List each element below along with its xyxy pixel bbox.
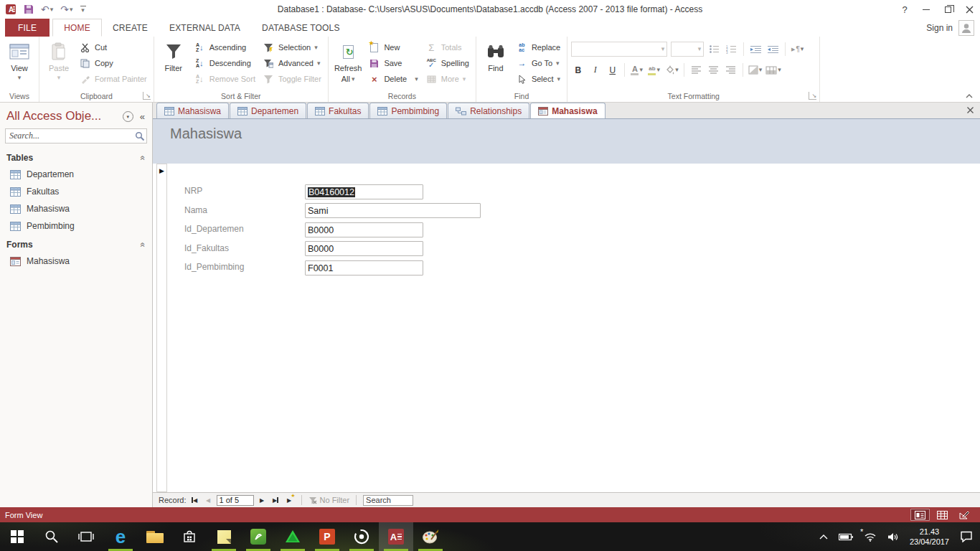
- descending-button[interactable]: ZA ↓ Descending: [191, 55, 258, 71]
- toggle-filter-button[interactable]: Toggle Filter: [260, 71, 324, 87]
- avatar[interactable]: [958, 20, 974, 36]
- show-hidden-icons-chevron[interactable]: [819, 534, 828, 540]
- clipboard-dialog-launcher[interactable]: ↘: [143, 92, 151, 100]
- record-selector-bar[interactable]: ▶: [156, 164, 167, 492]
- doc-tab-relationships[interactable]: Relationships: [448, 103, 529, 118]
- sidebar-item-mahasiswa-table[interactable]: Mahasiswa: [0, 200, 152, 217]
- doc-tab-mahasiswa-table[interactable]: Mahasiswa: [156, 103, 229, 118]
- field-input-nama[interactable]: Sami: [305, 203, 481, 218]
- filter-button[interactable]: Filter: [158, 39, 189, 90]
- navigation-pane-menu-button[interactable]: ▾: [123, 111, 133, 122]
- sidebar-item-mahasiswa-form[interactable]: Mahasiswa: [0, 253, 152, 270]
- doc-tab-departemen[interactable]: Departemen: [230, 103, 306, 118]
- taskbar-paint-button[interactable]: [413, 522, 448, 551]
- tab-home[interactable]: HOME: [52, 19, 102, 37]
- search-icon[interactable]: [135, 131, 145, 141]
- taskbar-store-button[interactable]: [172, 522, 207, 551]
- taskbar-file-explorer-button[interactable]: [138, 522, 172, 551]
- close-document-button[interactable]: [966, 106, 974, 114]
- tab-external-data[interactable]: EXTERNAL DATA: [159, 19, 251, 37]
- record-search-input[interactable]: [363, 495, 413, 506]
- undo-button[interactable]: ↶ ▾: [41, 4, 53, 14]
- format-painter-button[interactable]: Format Painter: [76, 71, 150, 87]
- next-record-button[interactable]: ▶: [257, 495, 268, 506]
- taskbar-edge-button[interactable]: e: [103, 522, 138, 551]
- doc-tab-pembimbing[interactable]: Pembimbing: [369, 103, 447, 118]
- sign-in-link[interactable]: Sign in: [926, 23, 953, 33]
- help-button[interactable]: ?: [894, 0, 915, 19]
- save-button[interactable]: [24, 4, 34, 14]
- field-input-nrp[interactable]: B04160012: [305, 184, 423, 199]
- highlight-color-button[interactable]: ab ▾: [647, 63, 661, 77]
- battery-icon[interactable]: [839, 533, 853, 541]
- numbering-button[interactable]: 123: [725, 42, 738, 57]
- customize-qat-button[interactable]: ▾: [80, 6, 86, 14]
- sidebar-item-departemen[interactable]: Departemen: [0, 166, 152, 183]
- taskbar-search-button[interactable]: [34, 522, 69, 551]
- redo-button[interactable]: ↷ ▾: [60, 4, 72, 14]
- font-family-combo[interactable]: ▾: [571, 42, 667, 57]
- taskbar-sticky-notes-button[interactable]: [207, 522, 241, 551]
- selection-button[interactable]: Selection ▾: [260, 39, 324, 55]
- start-button[interactable]: [0, 522, 34, 551]
- delete-record-button[interactable]: × Delete ▾: [365, 71, 420, 87]
- first-record-button[interactable]: ◀: [189, 495, 200, 506]
- wifi-icon[interactable]: *: [864, 532, 877, 542]
- totals-button[interactable]: Σ Totals: [423, 39, 472, 55]
- refresh-all-button[interactable]: ↻ Refresh All ▾: [332, 39, 364, 90]
- paste-button[interactable]: Paste ▾: [43, 39, 75, 90]
- design-view-button[interactable]: [955, 509, 974, 521]
- new-blank-record-button[interactable]: ▶★: [284, 495, 295, 506]
- taskbar-sketch-app-button[interactable]: [275, 522, 310, 551]
- bold-button[interactable]: B: [571, 63, 585, 77]
- chevron-up-icon[interactable]: «: [138, 242, 149, 247]
- font-color-button[interactable]: A ▾: [630, 63, 644, 77]
- form-view-button[interactable]: [910, 509, 930, 521]
- save-record-button[interactable]: Save: [365, 55, 420, 71]
- current-record-box[interactable]: 1 of 5: [217, 495, 254, 506]
- font-size-combo[interactable]: ▾: [671, 42, 704, 57]
- taskbar-access-button[interactable]: A: [379, 522, 413, 551]
- sidebar-item-fakultas[interactable]: Fakultas: [0, 183, 152, 200]
- select-button[interactable]: Select ▾: [513, 71, 563, 87]
- italic-button[interactable]: I: [588, 63, 602, 77]
- tab-database-tools[interactable]: DATABASE TOOLS: [251, 19, 351, 37]
- field-input-id-pembimbing[interactable]: F0001: [305, 260, 423, 276]
- taskbar-clock[interactable]: 21.43 23/04/2017: [910, 527, 949, 547]
- nav-group-tables[interactable]: Tables «: [0, 149, 152, 166]
- remove-sort-button[interactable]: AZ ↓ Remove Sort: [191, 71, 258, 87]
- find-button[interactable]: Find: [480, 39, 512, 90]
- goto-button[interactable]: → Go To ▾: [513, 55, 563, 71]
- datasheet-view-button[interactable]: [933, 509, 952, 521]
- replace-button[interactable]: abac Replace: [513, 39, 563, 55]
- doc-tab-mahasiswa-form[interactable]: Mahasiswa: [530, 103, 605, 118]
- increase-indent-button[interactable]: [766, 42, 780, 57]
- taskbar-powerpoint-button[interactable]: P: [310, 522, 344, 551]
- tab-file[interactable]: FILE: [5, 19, 50, 37]
- text-direction-button[interactable]: ▶ ¶ ▾: [791, 42, 804, 57]
- previous-record-button[interactable]: ◀: [203, 495, 214, 506]
- new-record-button[interactable]: ★ New: [365, 39, 420, 55]
- chevron-up-icon[interactable]: «: [138, 155, 149, 160]
- view-button[interactable]: View ▾: [4, 39, 35, 90]
- cut-button[interactable]: Cut: [76, 39, 150, 55]
- underline-button[interactable]: U: [606, 63, 619, 77]
- taskbar-debut-capture-button[interactable]: [344, 522, 379, 551]
- decrease-indent-button[interactable]: [749, 42, 763, 57]
- doc-tab-fakultas[interactable]: Fakultas: [307, 103, 369, 118]
- align-right-button[interactable]: [724, 63, 738, 77]
- bullets-button[interactable]: [707, 42, 721, 57]
- field-input-id-departemen[interactable]: B0000: [305, 222, 423, 237]
- task-view-button[interactable]: [69, 522, 103, 551]
- spelling-button[interactable]: ABC✓ Spelling: [423, 55, 472, 71]
- text-formatting-dialog-launcher[interactable]: ↘: [809, 92, 816, 100]
- alternate-row-color-button[interactable]: ▾: [765, 63, 781, 77]
- collapse-ribbon-button[interactable]: [966, 94, 973, 98]
- advanced-button[interactable]: Advanced ▾: [260, 55, 324, 71]
- copy-button[interactable]: Copy: [76, 55, 150, 71]
- close-button[interactable]: [958, 0, 980, 19]
- taskbar-coreldraw-button[interactable]: [241, 522, 275, 551]
- align-left-button[interactable]: [689, 63, 703, 77]
- sidebar-item-pembimbing[interactable]: Pembimbing: [0, 217, 152, 235]
- ascending-button[interactable]: AZ ↓ Ascending: [191, 39, 258, 55]
